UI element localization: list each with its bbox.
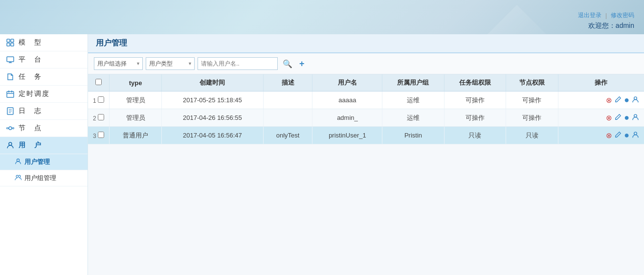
sidebar-label-node: 节 点 (19, 124, 42, 133)
row-checkbox[interactable] (98, 132, 104, 138)
assign-user-icon[interactable] (632, 114, 639, 122)
task-icon (6, 72, 15, 81)
cell-actions: ⊗ ● (558, 127, 644, 144)
log-icon (6, 107, 15, 115)
cell-type: 普通用户 (110, 127, 162, 144)
cell-node-permission: 可操作 (506, 92, 558, 109)
delete-icon[interactable]: ⊗ (606, 114, 612, 122)
sidebar: 模 型 平 台 任 务 定时调度 日 志 (0, 34, 88, 275)
cell-type: 管理员 (110, 109, 162, 127)
sidebar-label-schedule: 定时调度 (19, 90, 50, 98)
header-welcome: 欢迎您：admin (588, 22, 634, 30)
platform-icon (6, 55, 15, 64)
user-group-select-wrapper: 用户组选择 (94, 57, 143, 70)
cell-actions: ⊗ ● (558, 92, 644, 109)
cell-username: pristinUser_1 (312, 127, 382, 144)
col-node-permission: 节点权限 (506, 74, 558, 92)
cell-node-permission: 可操作 (506, 109, 558, 127)
col-action: 操作 (558, 74, 644, 92)
cell-created-time: 2017-04-05 16:56:47 (162, 127, 264, 144)
sidebar-item-node[interactable]: 节 点 (0, 120, 88, 137)
schedule-icon (6, 90, 15, 98)
table-row: 2 管理员 2017-04-26 16:56:55 admin_ 运维 可操作 … (88, 109, 644, 127)
user-table: type 创建时间 描述 用户名 所属用户组 任务组权限 节点权限 操作 1 管… (88, 74, 644, 144)
svg-rect-3 (11, 43, 14, 46)
svg-rect-0 (7, 39, 10, 42)
sidebar-item-log[interactable]: 日 志 (0, 103, 88, 120)
sidebar-item-schedule[interactable]: 定时调度 (0, 86, 88, 103)
info-icon[interactable]: ● (624, 113, 629, 123)
add-icon: + (299, 59, 305, 69)
username-search-input[interactable] (198, 57, 278, 70)
cell-description (263, 92, 312, 109)
cell-user-group: 运维 (382, 92, 444, 109)
svg-rect-2 (7, 43, 10, 46)
sidebar-item-model[interactable]: 模 型 (0, 34, 88, 51)
assign-user-icon[interactable] (632, 96, 639, 105)
search-button[interactable]: 🔍 (281, 58, 294, 69)
delete-icon[interactable]: ⊗ (606, 131, 612, 140)
sidebar-label-log: 日 志 (19, 107, 42, 115)
user-type-select-wrapper: 用户类型 (146, 57, 195, 70)
row-checkbox[interactable] (98, 96, 104, 103)
cell-username: admin_ (312, 109, 382, 127)
info-icon[interactable]: ● (624, 95, 629, 105)
add-user-button[interactable]: + (297, 58, 307, 70)
col-user-group: 所属用户组 (382, 74, 444, 92)
user-group-select[interactable]: 用户组选择 (94, 57, 143, 70)
user-management-icon (15, 158, 22, 166)
toolbar: 用户组选择 用户类型 🔍 + (88, 53, 644, 74)
change-password-link[interactable]: 修改密码 (611, 11, 634, 20)
svg-point-21 (17, 159, 19, 161)
header-top-links: 退出登录 | 修改密码 (578, 11, 634, 20)
node-icon (6, 124, 15, 133)
main-layout: 模 型 平 台 任 务 定时调度 日 志 (0, 34, 644, 275)
cell-task-permission: 只读 (444, 127, 506, 144)
sidebar-item-platform[interactable]: 平 台 (0, 51, 88, 69)
cell-username: aaaaa (312, 92, 382, 109)
select-all-checkbox[interactable] (95, 79, 102, 85)
page-title: 用户管理 (96, 39, 127, 47)
svg-point-16 (7, 128, 8, 129)
svg-point-25 (634, 114, 637, 117)
cell-user-group: 运维 (382, 109, 444, 127)
cell-description: onlyTest (263, 127, 312, 144)
edit-icon[interactable] (615, 131, 622, 139)
sidebar-label-user: 用 户 (19, 141, 42, 150)
sidebar-label-model: 模 型 (19, 38, 42, 47)
user-group-icon (15, 174, 22, 183)
user-type-select[interactable]: 用户类型 (146, 57, 195, 70)
col-created-time: 创建时间 (162, 74, 264, 92)
cell-row-num: 3 (88, 127, 110, 144)
info-icon[interactable]: ● (624, 130, 629, 140)
cell-row-num: 1 (88, 92, 110, 109)
top-header: 退出登录 | 修改密码 欢迎您：admin (0, 0, 644, 34)
table-header-row: type 创建时间 描述 用户名 所属用户组 任务组权限 节点权限 操作 (88, 74, 644, 92)
model-icon (6, 38, 15, 47)
sidebar-sub-item-user-group[interactable]: 用户组管理 (0, 170, 88, 186)
logout-link[interactable]: 退出登录 (578, 11, 601, 20)
svg-point-15 (9, 127, 12, 130)
svg-rect-7 (7, 92, 14, 97)
cell-user-group: Pristin (382, 127, 444, 144)
delete-icon[interactable]: ⊗ (606, 96, 612, 105)
header-divider: | (605, 12, 607, 19)
table-row: 1 管理员 2017-05-25 15:18:45 aaaaa 运维 可操作 可… (88, 92, 644, 109)
edit-icon[interactable] (615, 114, 622, 122)
cell-row-num: 2 (88, 109, 110, 127)
sidebar-item-user[interactable]: 用 户 (0, 137, 88, 154)
cell-type: 管理员 (110, 92, 162, 109)
user-icon (6, 141, 15, 150)
sidebar-item-task[interactable]: 任 务 (0, 69, 88, 86)
sidebar-sub-label-user-group: 用户组管理 (24, 174, 56, 183)
row-checkbox[interactable] (98, 114, 104, 120)
sidebar-sub-item-user-management[interactable]: 用户管理 (0, 154, 88, 170)
cell-actions: ⊗ ● (558, 109, 644, 127)
svg-rect-1 (11, 39, 14, 42)
header-right: 退出登录 | 修改密码 欢迎您：admin (578, 11, 634, 30)
svg-point-20 (9, 142, 12, 145)
assign-user-icon[interactable] (632, 131, 639, 140)
edit-icon[interactable] (615, 96, 622, 104)
svg-point-24 (634, 96, 637, 99)
cell-task-permission: 可操作 (444, 109, 506, 127)
